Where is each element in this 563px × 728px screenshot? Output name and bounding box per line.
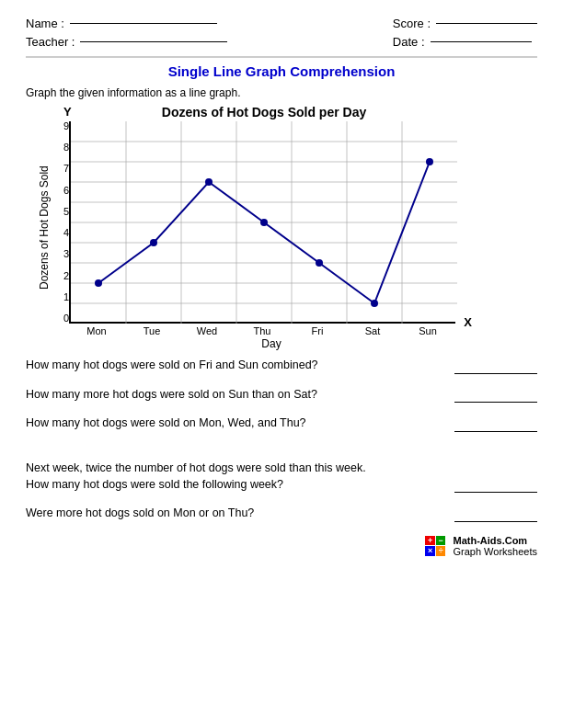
- score-label: Score :: [393, 17, 431, 30]
- question-5: Were more hot dogs sold on Mon or on Thu…: [26, 506, 537, 522]
- question-5-text: Were more hot dogs sold on Mon or on Thu…: [26, 506, 454, 522]
- y-num-4: 4: [52, 228, 69, 238]
- question-1-text: How many hot dogs were sold on Fri and S…: [26, 358, 454, 374]
- footer-text: Math-Aids.Com Graph Worksheets: [453, 535, 537, 557]
- logo-cell-2: −: [436, 536, 446, 546]
- point-wed: [205, 178, 213, 186]
- teacher-line: [80, 41, 227, 42]
- teacher-field: Teacher :: [26, 35, 227, 49]
- question-3: How many hot dogs were sold on Mon, Wed,…: [26, 415, 537, 432]
- x-label-tue: Tue: [124, 325, 179, 336]
- logo-cell-1: +: [425, 536, 435, 546]
- y-num-1: 1: [52, 292, 69, 302]
- divider: [26, 56, 537, 58]
- name-label: Name :: [26, 17, 64, 30]
- instruction: Graph the given information as a line gr…: [26, 86, 537, 99]
- score-line: [436, 23, 537, 24]
- question-2: How many more hot dogs were sold on Sun …: [26, 387, 537, 404]
- x-label-fri: Fri: [290, 325, 345, 336]
- y-num-0: 0: [52, 313, 69, 324]
- x-axis-labels: Mon Tue Wed Thu Fri Sat Sun: [69, 325, 455, 336]
- answer-line-2: [454, 402, 537, 403]
- chart-svg: [71, 121, 457, 324]
- y-num-6: 6: [52, 186, 69, 196]
- question-4: Next week, twice the number of hot dogs …: [26, 445, 537, 494]
- x-label-sun: Sun: [400, 325, 455, 336]
- chart-box: Y X: [69, 121, 455, 324]
- answer-line-1: [454, 373, 537, 374]
- x-label-wed: Wed: [179, 325, 235, 336]
- x-label-sat: Sat: [345, 325, 400, 336]
- y-num-7: 7: [52, 164, 69, 174]
- header-left: Name : Teacher :: [26, 17, 227, 49]
- graph-container: Dozens of Hot Dogs Sold Dozens of Hot Do…: [38, 105, 525, 350]
- question-2-text: How many more hot dogs were sold on Sun …: [26, 387, 454, 404]
- brand-name: Math-Aids.Com: [453, 535, 537, 546]
- date-line: [431, 41, 532, 42]
- score-field: Score :: [393, 17, 537, 30]
- y-num-9: 9: [52, 121, 69, 131]
- y-numbers: 0 1 2 3 4 5 6 7 8 9: [52, 121, 69, 324]
- question-3-text: How many hot dogs were sold on Mon, Wed,…: [26, 415, 454, 432]
- header: Name : Teacher : Score : Date :: [26, 17, 537, 49]
- graph-inner: 0 1 2 3 4 5 6 7 8 9 Y X: [52, 121, 455, 324]
- answer-line-5: [454, 521, 537, 522]
- y-axis-label: Dozens of Hot Dogs Sold: [38, 131, 51, 324]
- logo-cell-4: ÷: [436, 546, 446, 556]
- question-4-text: Next week, twice the number of hot dogs …: [26, 445, 454, 494]
- name-line: [70, 23, 217, 24]
- y-num-2: 2: [52, 271, 69, 281]
- line-graph: [98, 162, 430, 303]
- x-letter: X: [464, 315, 472, 329]
- date-label: Date :: [393, 35, 425, 49]
- footer: + − × ÷ Math-Aids.Com Graph Worksheets: [26, 535, 537, 557]
- point-thu: [260, 219, 268, 226]
- graph-area: Dozens of Hot Dogs Sold per Day 0 1 2 3 …: [52, 105, 476, 350]
- y-num-5: 5: [52, 207, 69, 217]
- answer-line-3: [454, 431, 537, 432]
- x-axis-title: Day: [69, 337, 474, 350]
- graph-title: Dozens of Hot Dogs Sold per Day: [52, 105, 476, 119]
- y-num-3: 3: [52, 249, 69, 259]
- teacher-label: Teacher :: [26, 35, 75, 49]
- header-right: Score : Date :: [393, 17, 537, 49]
- logo-box: + − × ÷: [425, 536, 445, 556]
- point-tue: [150, 239, 157, 246]
- point-mon: [95, 279, 102, 287]
- y-num-8: 8: [52, 142, 69, 153]
- answer-line-4: [454, 492, 537, 493]
- worksheet-title: Single Line Graph Comprehension: [26, 63, 537, 79]
- point-sun: [426, 158, 433, 165]
- questions: How many hot dogs were sold on Fri and S…: [26, 358, 537, 522]
- question-1: How many hot dogs were sold on Fri and S…: [26, 358, 537, 374]
- name-field: Name :: [26, 17, 227, 30]
- x-label-thu: Thu: [235, 325, 290, 336]
- brand-sub: Graph Worksheets: [453, 546, 537, 557]
- y-letter: Y: [63, 105, 72, 119]
- point-sat: [371, 300, 378, 307]
- point-fri: [316, 259, 323, 267]
- x-label-mon: Mon: [69, 325, 124, 336]
- date-field: Date :: [393, 35, 537, 49]
- logo-cell-3: ×: [425, 546, 435, 556]
